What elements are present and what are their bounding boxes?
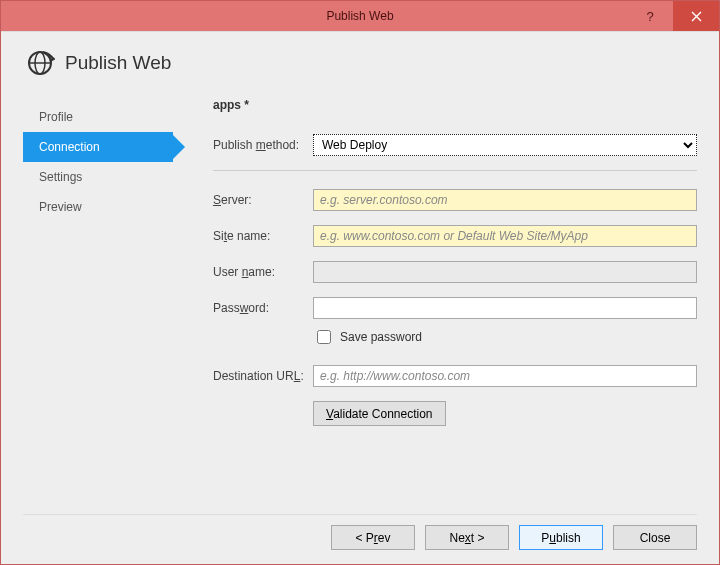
dialog-body: Publish Web Profile Connection Settings … bbox=[1, 31, 719, 564]
close-button[interactable]: Close bbox=[613, 525, 697, 550]
server-label: Server: bbox=[213, 193, 313, 207]
save-password-checkbox[interactable] bbox=[317, 330, 331, 344]
publish-button[interactable]: Publish bbox=[519, 525, 603, 550]
sidebar-item-label: Preview bbox=[39, 200, 82, 214]
sidebar-item-label: Settings bbox=[39, 170, 82, 184]
password-row: Password: bbox=[213, 297, 697, 319]
window-controls: ? bbox=[627, 1, 719, 31]
user-name-label: User name: bbox=[213, 265, 313, 279]
prev-button[interactable]: < Prev bbox=[331, 525, 415, 550]
dialog-footer: < Prev Next > Publish Close bbox=[23, 514, 697, 550]
destination-url-row: Destination URL: bbox=[213, 365, 697, 387]
save-password-label: Save password bbox=[340, 330, 422, 344]
site-name-label: Site name: bbox=[213, 229, 313, 243]
publish-method-row: Publish method: Web Deploy bbox=[213, 134, 697, 156]
section-divider bbox=[213, 170, 697, 171]
password-input[interactable] bbox=[313, 297, 697, 319]
user-name-input[interactable] bbox=[313, 261, 697, 283]
password-label: Password: bbox=[213, 301, 313, 315]
content-panel: apps * Publish method: Web Deploy Server… bbox=[173, 96, 697, 514]
close-icon bbox=[691, 11, 702, 22]
publish-method-label: Publish method: bbox=[213, 138, 313, 152]
sidebar-item-preview[interactable]: Preview bbox=[23, 192, 173, 222]
main-area: Profile Connection Settings Preview apps… bbox=[23, 96, 697, 514]
server-input[interactable] bbox=[313, 189, 697, 211]
save-password-row: Save password bbox=[313, 327, 697, 347]
destination-url-input[interactable] bbox=[313, 365, 697, 387]
destination-url-label: Destination URL: bbox=[213, 369, 313, 383]
server-row: Server: bbox=[213, 189, 697, 211]
validate-connection-button[interactable]: Validate Connection bbox=[313, 401, 446, 426]
validate-row: Validate Connection bbox=[313, 401, 697, 426]
user-name-row: User name: bbox=[213, 261, 697, 283]
sidebar-item-label: Profile bbox=[39, 110, 73, 124]
window-title: Publish Web bbox=[326, 9, 393, 23]
site-name-input[interactable] bbox=[313, 225, 697, 247]
dialog-window: Publish Web ? Publish Web Pr bbox=[0, 0, 720, 565]
publish-method-select[interactable]: Web Deploy bbox=[313, 134, 697, 156]
profile-name: apps * bbox=[213, 98, 697, 112]
help-button[interactable]: ? bbox=[627, 1, 673, 31]
titlebar: Publish Web ? bbox=[1, 1, 719, 31]
dialog-title: Publish Web bbox=[65, 52, 171, 74]
close-window-button[interactable] bbox=[673, 1, 719, 31]
sidebar-item-profile[interactable]: Profile bbox=[23, 102, 173, 132]
sidebar-item-connection[interactable]: Connection bbox=[23, 132, 173, 162]
globe-publish-icon bbox=[25, 48, 55, 78]
sidebar-item-label: Connection bbox=[39, 140, 100, 154]
site-name-row: Site name: bbox=[213, 225, 697, 247]
sidebar-item-settings[interactable]: Settings bbox=[23, 162, 173, 192]
next-button[interactable]: Next > bbox=[425, 525, 509, 550]
dialog-header: Publish Web bbox=[25, 48, 697, 78]
wizard-sidebar: Profile Connection Settings Preview bbox=[23, 96, 173, 514]
